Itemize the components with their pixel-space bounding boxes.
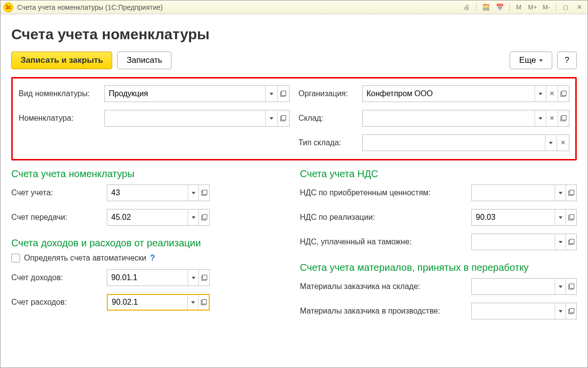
mat-sklad-label: Материалы заказчика на складе: (300, 282, 471, 291)
schet-dohodov-input[interactable] (107, 269, 210, 286)
auto-accounts-checkbox[interactable] (11, 254, 20, 263)
schet-rashodov-input[interactable] (107, 294, 210, 311)
mat-sklad-input[interactable] (471, 278, 577, 295)
filter-panel: Вид номенклатуры: Номенклатура: (11, 77, 577, 160)
dropdown-icon[interactable] (535, 86, 546, 102)
memory-mminus-button[interactable]: M- (541, 2, 552, 12)
help-button[interactable]: ? (557, 52, 577, 69)
clear-icon[interactable] (546, 86, 557, 102)
open-icon[interactable] (558, 86, 569, 102)
schet-dohodov-field[interactable] (107, 270, 188, 286)
vid-nomenklatury-input[interactable] (104, 85, 290, 102)
open-icon[interactable] (198, 295, 209, 310)
schet-ucheta-input[interactable] (107, 184, 210, 201)
calendar-icon[interactable]: 📅 (494, 2, 505, 12)
dropdown-icon[interactable] (545, 135, 557, 151)
nds-tamozh-input[interactable] (471, 234, 577, 250)
nds-priobr-label: НДС по приобретенным ценностям: (300, 188, 471, 197)
tip-sklada-field[interactable] (363, 135, 545, 151)
save-and-close-button[interactable]: Записать и закрыть (11, 52, 112, 69)
dropdown-icon[interactable] (187, 295, 198, 310)
schet-ucheta-field[interactable] (107, 185, 188, 201)
nomenklatura-field[interactable] (105, 110, 265, 126)
page-title: Счета учета номенклатуры (11, 26, 577, 43)
help-icon[interactable]: ? (150, 254, 155, 263)
tip-sklada-label: Тип склада: (298, 138, 362, 147)
open-icon[interactable] (198, 210, 209, 225)
nomenklatura-label: Номенклатура: (19, 114, 104, 123)
dropdown-icon[interactable] (555, 210, 565, 225)
dropdown-icon[interactable] (555, 185, 565, 201)
mat-sklad-field[interactable] (472, 279, 555, 294)
section-nds-title: Счета учета НДС (300, 168, 577, 180)
app-logo-icon: 1c (3, 2, 13, 12)
organizaciya-field[interactable] (363, 86, 535, 102)
window: 1c Счета учета номенклатуры (1С:Предприя… (0, 0, 588, 368)
nds-tamozh-field[interactable] (472, 234, 555, 250)
save-button[interactable]: Записать (117, 52, 172, 69)
dropdown-icon[interactable] (555, 279, 565, 294)
dropdown-icon[interactable] (265, 110, 277, 126)
mat-proizv-field[interactable] (472, 303, 555, 319)
section-materials-title: Счета учета материалов, принятых в перер… (300, 262, 577, 273)
open-icon[interactable] (565, 303, 576, 319)
organizaciya-label: Организация: (298, 89, 362, 98)
toolbar: Записать и закрыть Записать Еще ? (11, 52, 577, 69)
open-icon[interactable] (565, 279, 576, 294)
dropdown-icon[interactable] (535, 110, 546, 126)
nds-real-input[interactable] (471, 209, 577, 226)
schet-ucheta-label: Счет учета: (11, 188, 107, 197)
vid-nomenklatury-label: Вид номенклатуры: (19, 89, 104, 98)
titlebar: 1c Счета учета номенклатуры (1С:Предприя… (0, 0, 588, 14)
open-icon[interactable] (558, 110, 569, 126)
schet-peredachi-input[interactable] (107, 209, 210, 226)
open-icon[interactable] (198, 185, 209, 201)
open-icon[interactable] (277, 86, 289, 102)
nds-priobr-field[interactable] (472, 185, 555, 201)
section-dohod-title: Счета доходов и расходов от реализации (11, 237, 285, 249)
schet-rashodov-field[interactable] (108, 295, 187, 310)
window-title: Счета учета номенклатуры (1С:Предприятие… (17, 3, 462, 11)
schet-peredachi-field[interactable] (107, 210, 188, 225)
clear-icon[interactable] (546, 110, 557, 126)
dropdown-icon[interactable] (265, 86, 277, 102)
nds-priobr-input[interactable] (471, 184, 577, 201)
dropdown-icon[interactable] (188, 270, 198, 286)
close-icon[interactable]: ✕ (574, 2, 585, 12)
sklad-label: Склад: (298, 114, 362, 123)
open-icon[interactable] (565, 210, 576, 225)
open-icon[interactable] (277, 110, 289, 126)
more-button[interactable]: Еще (510, 52, 552, 69)
mat-proizv-input[interactable] (471, 303, 577, 319)
auto-accounts-label: Определять счета автоматически (24, 254, 146, 263)
memory-m-button[interactable]: M (514, 2, 524, 12)
open-icon[interactable] (198, 270, 209, 286)
open-icon[interactable] (565, 185, 576, 201)
dropdown-icon[interactable] (555, 234, 565, 250)
print-icon[interactable]: 🖨 (462, 2, 472, 12)
sklad-input[interactable] (362, 110, 569, 127)
calculator-icon[interactable]: 🧮 (481, 2, 491, 12)
vid-nomenklatury-field[interactable] (105, 86, 265, 102)
nomenklatura-input[interactable] (104, 110, 290, 127)
section-nomenklatura-title: Счета учета номенклатуры (11, 168, 285, 180)
organizaciya-input[interactable] (362, 85, 569, 102)
sklad-field[interactable] (363, 110, 535, 126)
maximize-icon[interactable]: ◻ (560, 2, 571, 12)
schet-dohodov-label: Счет доходов: (11, 273, 107, 282)
dropdown-icon[interactable] (188, 210, 198, 225)
clear-icon[interactable] (557, 135, 569, 151)
nds-real-field[interactable] (472, 210, 555, 225)
nds-tamozh-label: НДС, уплаченный на таможне: (300, 237, 471, 246)
mat-proizv-label: Материалы заказчика в производстве: (300, 307, 471, 315)
dropdown-icon[interactable] (555, 303, 565, 319)
nds-real-label: НДС по реализации: (300, 213, 471, 222)
tip-sklada-input[interactable] (362, 134, 569, 151)
schet-rashodov-label: Счет расходов: (11, 298, 107, 307)
memory-mplus-button[interactable]: M+ (527, 2, 538, 12)
dropdown-icon[interactable] (188, 185, 198, 201)
schet-peredachi-label: Счет передачи: (11, 213, 107, 222)
open-icon[interactable] (565, 234, 576, 250)
